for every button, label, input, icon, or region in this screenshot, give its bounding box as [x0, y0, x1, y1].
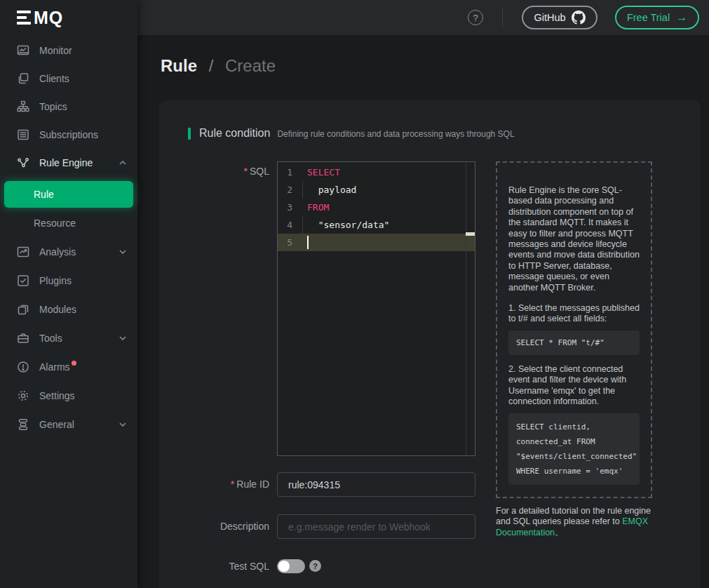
- line-number: 5: [278, 234, 299, 251]
- clients-icon: [17, 72, 29, 85]
- help-panel: Rule Engine is the core SQL-based data p…: [496, 161, 652, 498]
- sidebar-item-rule-engine[interactable]: Rule Engine: [0, 149, 137, 177]
- plugins-icon: [17, 274, 29, 287]
- sidebar-item-clients[interactable]: Clients: [0, 65, 137, 93]
- alarms-icon: [17, 361, 29, 373]
- chevron-down-icon: [119, 422, 126, 427]
- sidebar-item-topics[interactable]: Topics: [0, 93, 137, 121]
- sidebar-item-plugins[interactable]: Plugins: [0, 266, 137, 295]
- sidebar-item-label: Analysis: [39, 246, 76, 258]
- link-suffix: 。: [555, 528, 564, 537]
- general-icon: [17, 418, 29, 431]
- section-title: Rule condition: [199, 127, 270, 140]
- sidebar-item-alarms[interactable]: Alarms: [0, 352, 137, 381]
- github-label: GitHub: [534, 12, 565, 23]
- subscriptions-icon: [17, 128, 29, 141]
- help-icon[interactable]: ?: [468, 10, 483, 25]
- sidebar-item-label: Modules: [39, 304, 76, 315]
- modules-icon: [17, 303, 29, 316]
- settings-icon: [17, 389, 29, 402]
- rule-condition-card: Rule condition Defining rule conditions …: [159, 100, 701, 588]
- topics-icon: [17, 100, 29, 113]
- sql-label: *SQL: [159, 166, 269, 177]
- sidebar-item-label: Clients: [39, 73, 69, 84]
- github-button[interactable]: GitHub: [522, 6, 597, 29]
- help-step-1: 1. Select the messages published to t/# …: [508, 303, 640, 325]
- chevron-down-icon: [119, 250, 126, 254]
- sidebar-item-monitor[interactable]: Monitor: [0, 36, 137, 65]
- chevron-up-icon: [119, 161, 126, 165]
- sidebar-item-subscriptions[interactable]: Subscriptions: [0, 121, 137, 149]
- sql-example-2: SELECT clientid, connected_at FROM "$eve…: [508, 413, 640, 485]
- sidebar-item-label: Subscriptions: [39, 129, 98, 140]
- sql-example-1: SELECT * FROM "t/#": [508, 330, 640, 355]
- sidebar-item-label: Tools: [39, 333, 62, 344]
- sidebar: MQ Monitor Clients: [0, 0, 137, 588]
- sidebar-subitem-rule[interactable]: Rule: [4, 181, 133, 208]
- test-sql-label: Test SQL: [159, 561, 269, 572]
- line-number: 4: [278, 216, 299, 234]
- sidebar-item-modules[interactable]: Modules: [0, 295, 137, 323]
- sidebar-item-label: Topics: [39, 101, 67, 112]
- sql-line-5-active: 5: [278, 234, 475, 251]
- main-content: Rule / Create Rule condition Defining ru…: [137, 35, 709, 588]
- indent-guide: [302, 216, 303, 234]
- sidebar-item-analysis[interactable]: Analysis: [0, 237, 137, 266]
- sql-line-3: 3 FROM: [278, 199, 475, 216]
- breadcrumb: Rule / Create: [161, 56, 276, 76]
- indent-guide: [302, 181, 303, 199]
- line-number: 1: [278, 163, 299, 181]
- sidebar-item-label: General: [39, 419, 74, 430]
- alarm-red-dot: [72, 361, 76, 366]
- topbar-divider: [502, 8, 503, 27]
- emq-logo[interactable]: MQ: [0, 0, 137, 35]
- help-step-2: 2. Select the client connected event and…: [508, 364, 640, 408]
- editor-scrollbar[interactable]: [466, 162, 475, 455]
- help-intro: Rule Engine is the core SQL-based data p…: [508, 185, 640, 293]
- sql-code-editor[interactable]: 1 SELECT 2 payload 3 FROM 4 "sensor/data…: [277, 161, 475, 456]
- tools-icon: [17, 332, 29, 345]
- free-trial-label: Free Trial: [627, 12, 670, 23]
- toggle-knob: [278, 561, 290, 572]
- section-header: Rule condition Defining rule conditions …: [188, 127, 515, 140]
- help-footer: For a detailed tutorial on the rule engi…: [496, 506, 652, 538]
- topbar: ? GitHub Free Trial →: [137, 0, 709, 35]
- rule-engine-icon: [17, 156, 29, 169]
- test-sql-help-icon[interactable]: ?: [309, 560, 321, 572]
- sidebar-item-label: Alarms: [39, 361, 70, 373]
- line-number: 2: [278, 181, 299, 199]
- sidebar-subitem-resource[interactable]: Resource: [0, 209, 137, 237]
- sql-line-4: 4 "sensor/data": [278, 216, 475, 234]
- rule-id-label: *Rule ID: [159, 479, 269, 490]
- sidebar-item-label: Plugins: [39, 275, 72, 286]
- breadcrumb-rule[interactable]: Rule: [161, 56, 197, 75]
- sidebar-item-general[interactable]: General: [0, 410, 137, 439]
- required-asterisk: *: [231, 479, 234, 490]
- analysis-icon: [17, 246, 29, 258]
- arrow-right-icon: →: [676, 11, 687, 24]
- sidebar-item-tools[interactable]: Tools: [0, 323, 137, 352]
- description-input[interactable]: [277, 514, 475, 539]
- github-icon: [572, 11, 586, 25]
- editor-scrollbar-thumb[interactable]: [466, 232, 475, 236]
- emq-logo-text: MQ: [34, 9, 63, 27]
- breadcrumb-separator: /: [209, 56, 214, 75]
- rule-id-input[interactable]: [277, 472, 475, 497]
- line-number: 3: [278, 199, 299, 216]
- text-cursor: [307, 236, 309, 249]
- monitor-icon: [17, 44, 29, 57]
- sql-line-1: 1 SELECT: [278, 163, 475, 181]
- sidebar-item-label: Settings: [39, 390, 75, 401]
- section-accent-bar: [188, 128, 191, 140]
- sidebar-item-label: Rule Engine: [39, 157, 93, 168]
- emq-logo-e-icon: [17, 11, 31, 25]
- required-asterisk: *: [244, 166, 248, 177]
- help-glyph: ?: [473, 13, 478, 23]
- chevron-down-icon: [119, 336, 126, 340]
- sql-line-2: 2 payload: [278, 181, 475, 199]
- sidebar-item-label: Monitor: [39, 45, 72, 56]
- test-sql-toggle[interactable]: [277, 559, 305, 573]
- sidebar-item-settings[interactable]: Settings: [0, 381, 137, 410]
- section-subtitle: Defining rule conditions and data proces…: [277, 129, 514, 139]
- free-trial-button[interactable]: Free Trial →: [615, 6, 699, 29]
